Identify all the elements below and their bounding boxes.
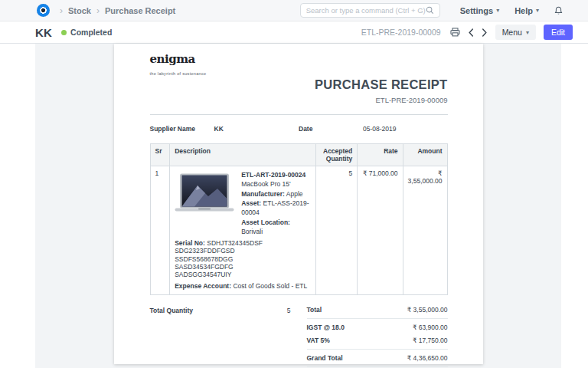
page-title: KK	[35, 26, 52, 39]
breadcrumb-purchase-receipt[interactable]: Purchase Receipt	[105, 6, 175, 15]
document-id: ETL-PRE-2019-00009	[361, 28, 441, 37]
date-label: Date	[299, 125, 363, 133]
chevron-down-icon: ▾	[496, 7, 499, 14]
global-search[interactable]	[300, 3, 440, 18]
divider	[150, 114, 448, 115]
col-description: Description	[170, 144, 315, 166]
date-value: 05-08-2019	[363, 125, 396, 133]
igst-row: IGST @ 18.0 ₹ 63,900.00	[307, 321, 448, 334]
page-head-actions: ETL-PRE-2019-00009 Menu ▾ Edit	[361, 25, 573, 40]
search-icon	[426, 6, 434, 15]
app-logo-icon[interactable]	[37, 4, 50, 17]
item-qty: 5	[315, 166, 358, 295]
settings-menu[interactable]: Settings ▾	[460, 6, 499, 15]
item-code: ETL-ART-2019-00024	[241, 170, 309, 179]
item-details: ETL-ART-2019-00024 MacBook Pro 15' Manuf…	[241, 170, 309, 236]
navbar-right: Settings ▾ Help ▾	[460, 6, 563, 15]
status-dot-icon	[61, 30, 67, 35]
menu-button-label: Menu	[502, 28, 522, 37]
prev-document-icon[interactable]	[468, 28, 474, 37]
next-document-icon[interactable]	[482, 28, 488, 37]
col-sr: Sr	[150, 144, 170, 166]
company-logo: enigma	[150, 52, 448, 66]
supplier-field: Supplier Name KK	[150, 125, 299, 133]
breadcrumb-stock[interactable]: Stock	[68, 6, 91, 15]
item-amount: ₹ 3,55,000.00	[403, 166, 447, 295]
item-image-macbook	[175, 173, 234, 236]
menu-button[interactable]: Menu ▾	[495, 25, 536, 40]
item-expense-account: Expense Account: Cost of Goods Sold - ET…	[175, 282, 309, 290]
item-row: 1	[150, 166, 447, 295]
receipt-number: ETL-PRE-2019-00009	[150, 96, 448, 104]
total-quantity-label: Total Quantity	[150, 307, 194, 368]
print-icon[interactable]	[450, 28, 460, 37]
purchase-receipt-document: enigma the labyrinth of sustenance PURCH…	[114, 44, 483, 364]
receipt-title: PURCHASE RECEIPT	[150, 77, 448, 92]
item-manufacturer: Manufacturer: Apple	[241, 189, 309, 199]
print-gutter: enigma the labyrinth of sustenance PURCH…	[35, 44, 561, 368]
item-rate: ₹ 71,000.00	[358, 166, 403, 295]
total-quantity-row: Total Quantity 5	[150, 304, 300, 368]
search-input[interactable]	[306, 6, 426, 15]
header-fields: Supplier Name KK Date 05-08-2019	[150, 125, 448, 133]
company-tagline: the labyrinth of sustenance	[150, 71, 448, 76]
item-serial-numbers: Serial No: SDHJT324345DSF SDG2323FDDFGSD…	[175, 239, 309, 278]
col-amount: Amount	[403, 144, 447, 166]
top-navbar: › Stock › Purchase Receipt Settings ▾ He…	[0, 0, 588, 21]
letterhead: enigma the labyrinth of sustenance	[150, 52, 448, 76]
col-rate: Rate	[358, 144, 403, 166]
status-label: Completed	[70, 28, 112, 37]
supplier-value: KK	[214, 125, 224, 133]
breadcrumb: › Stock › Purchase Receipt	[60, 5, 175, 16]
notifications-bell-icon[interactable]	[554, 6, 563, 15]
item-sr: 1	[150, 166, 170, 295]
total-quantity-value: 5	[287, 307, 291, 368]
chevron-down-icon: ▾	[526, 29, 529, 36]
chevron-right-icon: ›	[96, 5, 100, 16]
print-preview-area: enigma the labyrinth of sustenance PURCH…	[0, 44, 588, 368]
item-asset: Asset: ETL-ASS-2019-00004	[241, 199, 309, 218]
settings-label: Settings	[460, 6, 493, 15]
vat-row: VAT 5% ₹ 17,750.00	[307, 334, 448, 350]
item-name: MacBook Pro 15'	[241, 179, 309, 189]
status-badge: Completed	[61, 28, 112, 37]
chevron-right-icon: ›	[60, 5, 63, 16]
items-table: Sr Description Accepted Quantity Rate Am…	[150, 143, 448, 295]
date-field: Date 05-08-2019	[299, 125, 448, 133]
item-description-cell: ETL-ART-2019-00024 MacBook Pro 15' Manuf…	[170, 166, 315, 295]
supplier-label: Supplier Name	[150, 125, 214, 133]
page-head: KK Completed ETL-PRE-2019-00009 Menu ▾ E…	[0, 21, 588, 44]
items-header-row: Sr Description Accepted Quantity Rate Am…	[150, 144, 447, 166]
help-label: Help	[514, 6, 533, 15]
receipt-title-block: PURCHASE RECEIPT ETL-PRE-2019-00009	[150, 77, 448, 104]
item-asset-location: Asset Location: Borivali	[241, 218, 309, 237]
totals-column: Total ₹ 3,55,000.00 IGST @ 18.0 ₹ 63,900…	[300, 304, 448, 368]
total-row: Total ₹ 3,55,000.00	[307, 304, 448, 319]
edit-button[interactable]: Edit	[544, 25, 573, 40]
totals-section: Total Quantity 5 Total ₹ 3,55,000.00 IGS…	[150, 304, 448, 368]
chevron-down-icon: ▾	[536, 7, 539, 14]
grand-total-row: Grand Total ₹ 4,36,650.00	[307, 352, 448, 367]
help-menu[interactable]: Help ▾	[514, 6, 539, 15]
col-accepted-quantity: Accepted Quantity	[315, 144, 358, 166]
